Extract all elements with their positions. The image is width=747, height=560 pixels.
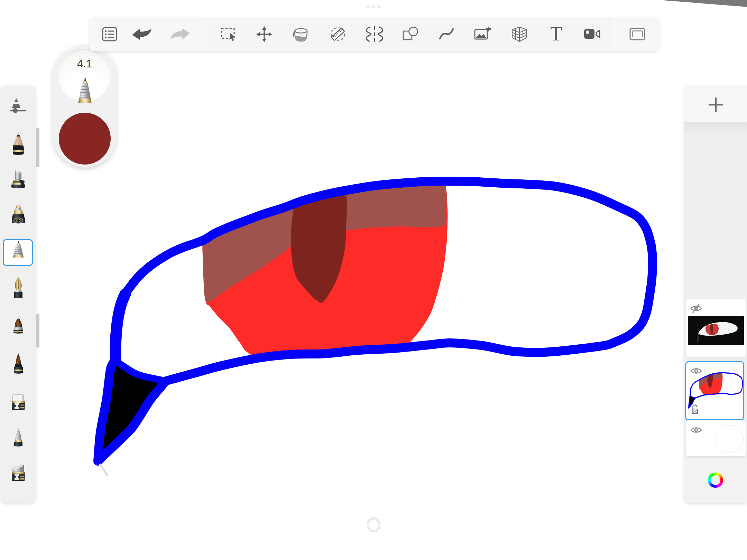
svg-text:T: T (550, 25, 562, 43)
